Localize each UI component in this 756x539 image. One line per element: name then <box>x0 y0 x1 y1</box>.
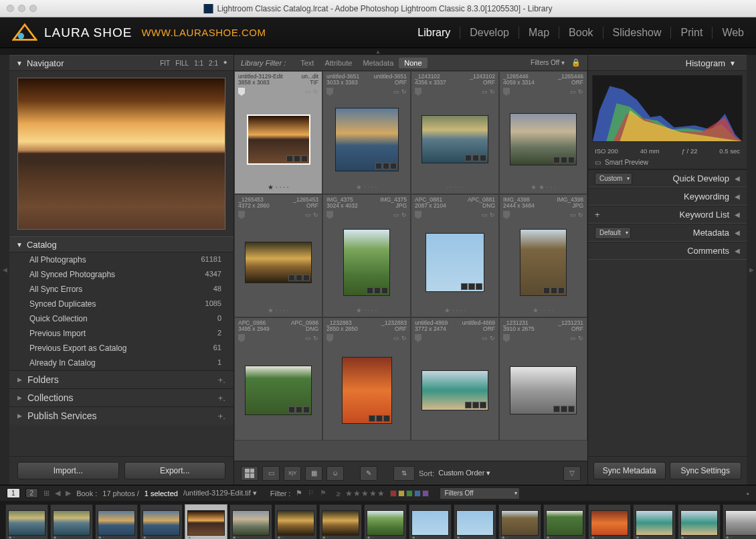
color-label[interactable] <box>390 490 397 497</box>
filmstrip-cell[interactable]: ★ · <box>364 504 407 539</box>
grid-shortcut-icon[interactable]: ⊞ <box>43 489 50 497</box>
plus-icon[interactable]: + <box>595 210 600 220</box>
rotate-icons[interactable]: ▭ ↻ <box>393 335 407 341</box>
people-view-button[interactable]: ☺ <box>326 466 344 481</box>
flag-icon[interactable] <box>415 334 421 342</box>
filmstrip-cell[interactable]: ★ · <box>185 504 227 539</box>
right-panel-collapse[interactable]: ▶ <box>747 55 756 485</box>
top-panel-collapse[interactable]: ▲ <box>0 48 756 55</box>
filmstrip-cell[interactable]: ★ · <box>678 504 721 539</box>
flag-icon[interactable] <box>238 88 245 96</box>
filter-lock-icon[interactable]: ▪ <box>747 489 749 497</box>
catalog-row[interactable]: Quick Collection0 <box>9 311 233 326</box>
metadata-header[interactable]: Default Metadata◀ <box>588 224 747 242</box>
flag-unflagged-filter[interactable]: ⚐ <box>308 489 314 497</box>
sort-direction-button[interactable]: ⇅ <box>393 466 415 481</box>
filmstrip-cell[interactable]: ★ · <box>723 504 756 539</box>
sort-order-dropdown[interactable]: Custom Order ▾ <box>438 469 490 477</box>
filmstrip-cell[interactable]: ★ · <box>409 504 452 539</box>
rotate-icons[interactable]: ▭ ↻ <box>305 88 318 95</box>
module-library[interactable]: Library <box>408 27 460 39</box>
thumbnail[interactable] <box>520 229 567 296</box>
lock-icon[interactable]: 🔒 <box>571 58 581 67</box>
flag-icon[interactable] <box>326 211 333 219</box>
thumbnail[interactable] <box>421 115 488 163</box>
grid-cell[interactable]: IMG_43982444 x 3484IMG_4398JPG▭ ↻★ · · ·… <box>499 194 587 317</box>
filmstrip[interactable]: ★ ·★ ·★ ·★ ·★ ·★ ·★ ·★ ·★ ·★ ·★ ·★ ·★ ·★… <box>0 501 756 539</box>
flag-icon[interactable] <box>503 211 510 219</box>
grid-cell[interactable]: _12312313910 x 2675_1231231ORF▭ ↻ <box>499 317 587 441</box>
color-label[interactable] <box>406 490 413 497</box>
color-label[interactable] <box>398 490 405 497</box>
color-label[interactable] <box>414 490 421 497</box>
catalog-row[interactable]: All Sync Errors48 <box>9 282 233 297</box>
catalog-row[interactable]: Already In Catalog1 <box>9 356 233 370</box>
navigator-preview[interactable] <box>9 71 233 236</box>
sync-settings-button[interactable]: Sync Settings <box>670 462 742 479</box>
histogram-display[interactable] <box>592 75 743 142</box>
module-map[interactable]: Map <box>519 27 559 39</box>
flag-icon[interactable] <box>326 334 333 342</box>
grid-cell[interactable]: APC_09863495 x 2949APC_0986DNG▭ ↻ <box>234 317 322 441</box>
rotate-icons[interactable]: ▭ ↻ <box>570 88 583 95</box>
close-window-button[interactable] <box>7 5 14 12</box>
thumbnail[interactable] <box>510 113 577 165</box>
current-file[interactable]: /untitled-3129-Edit.tif ▾ <box>183 489 257 497</box>
flag-icon[interactable] <box>503 88 510 96</box>
painter-tool-button[interactable]: ✎ <box>360 466 377 481</box>
filter-tab-attribute[interactable]: Attribute <box>319 58 357 68</box>
zoom-1:1[interactable]: 1:1 <box>194 60 203 67</box>
thumbnail[interactable] <box>342 357 392 424</box>
filter-tab-none[interactable]: None <box>399 58 427 68</box>
grid-cell[interactable]: _12654534372 x 2860_1265453ORF▭ ↻★ · · ·… <box>234 194 322 317</box>
zoom-2:1[interactable]: 2:1 <box>209 60 218 67</box>
thumbnail[interactable] <box>245 366 312 415</box>
grid-view-button[interactable] <box>241 466 258 481</box>
filmstrip-cell[interactable]: ★ · <box>588 504 631 539</box>
rotate-icons[interactable]: ▭ ↻ <box>570 212 583 218</box>
rotate-icons[interactable]: ▭ ↻ <box>305 212 318 218</box>
keywording-header[interactable]: Keywording◀ <box>588 187 747 206</box>
flag-picked-filter[interactable]: ⚑ <box>296 489 302 497</box>
flag-icon[interactable] <box>415 88 421 96</box>
rating-operator[interactable]: ≥ <box>336 489 340 497</box>
filmstrip-cell[interactable]: ★ · <box>543 504 586 539</box>
flag-icon[interactable] <box>238 211 245 219</box>
zoom-fit[interactable]: FIT <box>160 60 170 67</box>
zoom-window-button[interactable] <box>29 5 37 12</box>
grid-cell[interactable]: IMG_43753024 x 4032IMG_4375JPG▭ ↻★ · · ·… <box>322 194 411 317</box>
grid-cell[interactable]: _12431024356 x 3337_1243102ORF▭ ↻· · · ·… <box>411 71 499 194</box>
catalog-header[interactable]: ▼ Catalog <box>9 236 233 252</box>
grid-cell[interactable]: untitled-36513033 x 3383untitled-3651ORF… <box>322 71 411 194</box>
module-web[interactable]: Web <box>713 27 744 39</box>
grid-cell[interactable]: untitled-3129-Edit3858 x 3083un...ditTIF… <box>234 71 322 194</box>
thumbnail[interactable] <box>510 366 577 414</box>
flag-rejected-filter[interactable]: ⚑ <box>320 489 326 497</box>
minimize-window-button[interactable] <box>18 5 25 12</box>
filmstrip-cell[interactable]: ★ · <box>5 504 48 539</box>
rotate-icons[interactable]: ▭ ↻ <box>393 88 407 95</box>
loupe-view-button[interactable]: ▭ <box>262 466 280 481</box>
catalog-row[interactable]: Previous Import2 <box>9 326 233 341</box>
left-panel-collapse[interactable]: ◀ <box>0 55 9 485</box>
catalog-row[interactable]: Previous Export as Catalog61 <box>9 341 233 356</box>
flag-icon[interactable] <box>326 88 333 96</box>
sync-metadata-button[interactable]: Sync Metadata <box>593 462 666 479</box>
compare-view-button[interactable]: X|Y <box>284 466 301 481</box>
module-slideshow[interactable]: Slideshow <box>603 27 672 39</box>
zoom-fill[interactable]: FILL <box>175 60 189 67</box>
primary-monitor-button[interactable]: 1 <box>7 488 20 498</box>
color-label[interactable] <box>422 490 429 497</box>
rating-filter[interactable]: ★★★★★ <box>345 489 385 498</box>
filmstrip-cell[interactable]: ★ · <box>95 504 138 539</box>
thumbnail[interactable] <box>335 108 399 171</box>
nav-forward-button[interactable]: ▶ <box>66 489 71 497</box>
export-button[interactable]: Export... <box>124 462 226 479</box>
rotate-icons[interactable]: ▭ ↻ <box>482 212 495 218</box>
filters-off-dropdown[interactable]: Filters Off ▾ <box>531 59 565 66</box>
grid-cell[interactable]: _12328832850 x 2850_1232883ORF▭ ↻ <box>322 317 411 441</box>
section-publish-services[interactable]: ▶Publish Services+. <box>9 406 233 425</box>
section-collections[interactable]: ▶Collections+. <box>9 388 233 406</box>
grid-view[interactable]: untitled-3129-Edit3858 x 3083un...ditTIF… <box>234 71 587 461</box>
filter-tab-metadata[interactable]: Metadata <box>357 58 399 68</box>
